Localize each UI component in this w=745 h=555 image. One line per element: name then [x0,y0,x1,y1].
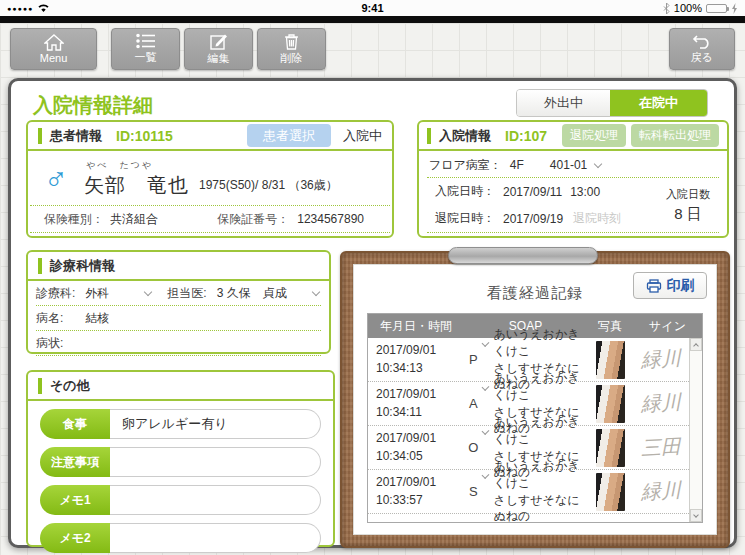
insurance-type-label: 保険種別： [44,211,104,228]
department-select[interactable]: 外科 [85,285,137,302]
signature: 緑川 [640,345,681,374]
stay-days-label: 入院日数 [666,187,710,202]
disease-name-value[interactable]: 結核 [85,310,109,327]
discharge-process-button[interactable]: 退院処理 [562,124,626,147]
record-datetime: 2017/09/0110:34:05 [368,430,464,465]
page-title: 入院情報詳細 [33,92,153,119]
meal-label: 食事 [40,409,110,439]
chevron-down-icon[interactable] [481,471,489,479]
list-button[interactable]: 一覧 [111,28,180,70]
chevron-down-icon[interactable] [144,288,152,296]
menu-button[interactable]: Menu [10,28,97,70]
caution-label: 注意事項 [40,447,110,477]
meal-field[interactable]: 卵アレルギー有り [110,409,321,439]
section-accent-bar [38,258,42,274]
floor-value: 4F [510,158,524,172]
admission-id: ID:107 [505,128,547,144]
nursing-record-clipboard: 印刷 看護経過記録 年月日・時間 SOAP 写真 サイン 2017/09/011… [340,251,730,548]
column-date-time: 年月日・時間 [368,318,464,335]
chevron-down-icon[interactable] [311,288,319,296]
soap-select[interactable]: S [468,484,479,499]
chevron-down-icon[interactable] [481,427,489,435]
signature: 緑川 [640,389,681,418]
record-photo-thumbnail[interactable] [596,429,625,467]
section-accent-bar [38,378,42,394]
charging-bolt-icon [731,3,738,14]
discharge-date-value: 2017/09/19 [503,212,563,226]
list-button-label: 一覧 [135,50,157,65]
doctor-label: 担当医: [167,285,206,302]
record-photo-thumbnail[interactable] [596,341,625,379]
admit-time-value: 13:00 [570,185,600,199]
memo1-label: メモ1 [40,485,110,515]
department-info-panel: 診療科情報 診療科: 外科 担当医: 3 久保 貞成 病名: 結核 病状: [26,250,331,354]
patient-id: ID:10115 [116,128,173,144]
toolbar: Menu 一覧 編集 削除 戻る [0,23,745,78]
signature: 三田 [640,433,681,462]
transfer-process-button[interactable]: 転科転出処理 [631,124,719,147]
chevron-down-icon[interactable] [481,383,489,391]
memo2-field[interactable] [110,523,321,553]
back-button[interactable]: 戻る [669,28,735,70]
table-scrollbar[interactable] [689,338,702,522]
record-datetime: 2017/09/0110:34:13 [368,342,464,377]
other-section-title: その他 [50,377,90,395]
record-table-body: 2017/09/0110:34:13 P あいうえおかきくけこさしすせそなにぬね… [368,338,702,522]
column-sign: サイン [633,318,702,335]
edit-button[interactable]: 編集 [184,28,253,70]
patient-select-button[interactable]: 患者選択 [247,124,331,147]
app-top-divider [0,16,745,23]
soap-select[interactable]: A [468,396,479,411]
record-photo-thumbnail[interactable] [596,385,625,423]
record-datetime: 2017/09/0110:33:57 [368,474,464,509]
insurance-type-value: 共済組合 [110,211,158,228]
record-paper: 印刷 看護経過記録 年月日・時間 SOAP 写真 サイン 2017/09/011… [353,264,717,535]
admission-section-title: 入院情報 [439,127,491,145]
doctor-select[interactable]: 3 久保 貞成 [217,285,305,302]
menu-button-label: Menu [40,52,68,64]
status-time: 9:41 [127,2,618,14]
patient-name: 矢部 竜也 [84,172,189,199]
patient-birthdate: 1975(S50)/ 8/31 （36歳） [199,177,338,194]
soap-select[interactable]: P [468,352,479,367]
scroll-up-button[interactable] [690,338,702,351]
caution-row: 注意事項 [40,447,321,477]
main-panel: 入院情報詳細 外出中 在院中 患者情報 ID:10115 患者選択 入院中 ♂ … [8,78,737,548]
soap-select[interactable]: O [468,440,479,455]
edit-icon [210,33,228,50]
print-button-label: 印刷 [667,277,695,295]
record-photo-thumbnail[interactable] [596,473,625,511]
delete-button[interactable]: 削除 [257,28,326,70]
admission-info-panel: 入院情報 ID:107 退院処理 転科転出処理 フロア病室： 4F 401-01 [417,120,729,238]
caution-field[interactable] [110,447,321,477]
presence-toggle: 外出中 在院中 [516,89,708,117]
condition-label: 病状: [36,335,63,352]
chevron-down-icon[interactable] [594,160,602,168]
clipboard-clip [448,247,598,264]
toggle-in-button[interactable]: 在院中 [610,90,707,116]
battery-percent: 100% [674,2,702,14]
column-photo: 写真 [587,318,633,335]
print-button[interactable]: 印刷 [633,272,707,299]
soap-text: あいうえおかきくけこさしすせそなにぬねの [493,458,587,523]
app-background: Menu 一覧 編集 削除 戻る 入院情報詳細 外出中 在院中 [0,23,745,555]
back-button-label: 戻る [691,50,713,65]
memo1-field[interactable] [110,485,321,515]
delete-button-label: 削除 [281,51,303,66]
department-label: 診療科: [36,285,75,302]
record-table: 年月日・時間 SOAP 写真 サイン 2017/09/0110:34:13 P [367,313,703,523]
scroll-down-button[interactable] [690,509,702,522]
bluetooth-icon [663,3,670,14]
memo2-row: メモ2 [40,523,321,553]
chevron-down-icon[interactable] [481,339,489,347]
admit-date-value: 2017/09/11 [503,185,562,199]
toggle-out-button[interactable]: 外出中 [517,90,610,116]
list-icon [136,33,156,49]
home-icon [44,34,64,51]
signature: 緑川 [640,477,681,506]
discharge-time-placeholder: 退院時刻 [573,210,621,227]
patient-section-title: 患者情報 [50,127,102,145]
battery-icon [706,4,727,13]
room-select[interactable]: 401-01 [550,158,587,172]
section-accent-bar [427,128,431,144]
